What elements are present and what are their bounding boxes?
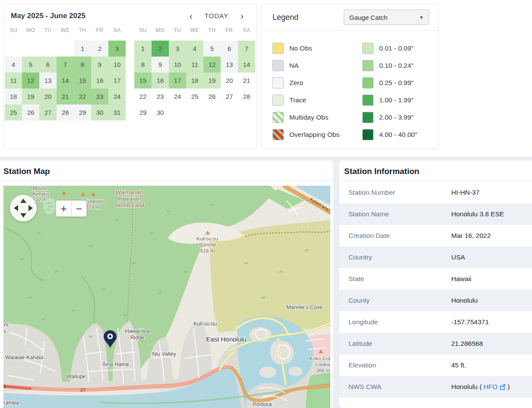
info-row-value: HI-HN-37 — [451, 189, 479, 196]
pan-down-button[interactable] — [20, 213, 26, 218]
pan-left-button[interactable] — [14, 205, 18, 211]
calendar-header: May 2025 - June 2025 ‹ TODAY › — [4, 4, 256, 20]
gauge-catch-value: Gauge Catch — [349, 14, 387, 21]
calendar-day-cell[interactable]: 10 — [169, 57, 186, 73]
calendar-day-cell[interactable]: 3 — [108, 41, 126, 57]
calendar-day-cell[interactable]: 8 — [134, 57, 152, 73]
calendar-day-cell[interactable]: 4 — [186, 41, 203, 57]
calendar-day-cell[interactable]: 6 — [221, 41, 238, 57]
calendar-day-cell[interactable]: 11 — [5, 73, 22, 89]
calendar-day-cell[interactable]: 30 — [91, 104, 108, 120]
calendar-day-cell[interactable]: 26 — [22, 104, 39, 120]
calendar-day-cell[interactable]: 24 — [108, 89, 126, 104]
pan-right-button[interactable] — [28, 205, 33, 211]
svg-text:Ridge: Ridge — [130, 335, 145, 341]
calendar-day-cell[interactable]: 8 — [74, 57, 91, 73]
svg-text:Olympus: Olympus — [30, 191, 50, 196]
calendar-day-cell[interactable]: 10 — [108, 57, 126, 73]
calendar-day-cell[interactable]: 16 — [152, 73, 169, 89]
prev-month-button[interactable]: ‹ — [190, 11, 193, 20]
calendar-day-cell[interactable]: 12 — [203, 57, 221, 73]
calendar-day-cell[interactable]: 19 — [203, 73, 221, 89]
legend-item: Zero — [272, 77, 362, 89]
day-of-week-header: TH — [203, 25, 221, 36]
calendar-day-cell[interactable]: 18 — [186, 73, 203, 89]
info-row: Longitude-157.754371 — [339, 311, 532, 333]
legend-body: No ObsNAZeroTraceMultiday ObsOverlapping… — [262, 31, 438, 146]
calendar-day-cell[interactable]: 22 — [134, 89, 152, 104]
calendar-day-cell[interactable]: 24 — [169, 89, 186, 104]
external-link-icon — [499, 384, 506, 390]
calendar-day-cell[interactable]: 2 — [152, 41, 169, 57]
map-label-niu-valley: Niu Valley — [152, 351, 176, 357]
info-row-value: 21.286568 — [451, 340, 483, 348]
calendar-day-cell[interactable]: 7 — [238, 41, 255, 57]
calendar-day-cell[interactable]: 20 — [39, 89, 57, 104]
legend-swatch — [272, 95, 284, 106]
calendar-day-cell[interactable]: 6 — [39, 57, 57, 73]
calendar-day-cell[interactable]: 1 — [134, 41, 152, 57]
calendar-day-cell[interactable]: 31 — [108, 104, 126, 120]
map-label-maunalani: alani — [3, 322, 8, 328]
calendar-day-cell[interactable]: 17 — [108, 73, 126, 89]
calendar-day-cell[interactable]: 29 — [74, 104, 91, 120]
map-label-portlock: Portlock — [253, 402, 272, 408]
station-info-card: Station Information Station NumberHI-HN-… — [339, 161, 532, 408]
calendar-day-cell[interactable]: 5 — [22, 57, 39, 73]
day-of-week-header: SA — [238, 25, 255, 36]
calendar-day-cell[interactable]: 25 — [186, 89, 203, 104]
calendar-day-cell[interactable]: 19 — [22, 89, 39, 104]
calendar-day-cell[interactable]: 13 — [39, 73, 57, 89]
calendar-day-cell[interactable]: 25 — [5, 104, 22, 120]
calendar-day-cell[interactable]: 5 — [203, 41, 221, 57]
day-of-week-header: MO — [22, 25, 39, 36]
info-row-label: Station Number — [339, 189, 451, 196]
calendar-day-cell[interactable]: 23 — [91, 89, 108, 104]
info-row-value: 45 ft. — [451, 361, 466, 369]
map-canvas[interactable]: Mount Olympus 732 m ʻŌʻulanipō 779 m Wai… — [3, 186, 330, 408]
calendar-day-cell[interactable]: 14 — [238, 57, 255, 73]
svg-text:366 m: 366 m — [316, 368, 330, 373]
map-label-waimanalo: Waimanalo — [116, 189, 144, 196]
calendar-day-cell[interactable]: 15 — [74, 73, 91, 89]
calendar-day-cell[interactable]: 4 — [5, 57, 22, 73]
calendar-day-cell[interactable]: 27 — [39, 104, 57, 120]
legend-title: Legend — [272, 13, 298, 22]
gauge-catch-select[interactable]: Gauge Catch ▼ — [344, 9, 429, 25]
calendar-day-cell[interactable]: 21 — [57, 89, 74, 104]
calendar-day-cell[interactable]: 7 — [57, 57, 74, 73]
next-month-button[interactable]: › — [241, 11, 244, 20]
calendar-day-cell[interactable]: 16 — [91, 73, 108, 89]
calendar-day-cell[interactable]: 28 — [57, 104, 74, 120]
calendar-day-cell[interactable]: 28 — [238, 89, 255, 104]
calendar-day-cell[interactable]: 29 — [134, 104, 152, 120]
info-row: StateHawaii — [339, 268, 532, 290]
calendar-day-cell[interactable]: 12 — [22, 73, 39, 89]
calendar-day-cell[interactable]: 21 — [238, 73, 255, 89]
today-button[interactable]: TODAY — [205, 12, 228, 19]
calendar-day-cell[interactable]: 1 — [74, 41, 91, 57]
calendar-day-cell[interactable]: 27 — [221, 89, 238, 104]
calendar-day-cell[interactable]: 20 — [221, 73, 238, 89]
calendar-day-cell[interactable]: 9 — [152, 57, 169, 73]
calendar-day-cell[interactable]: 22 — [74, 89, 91, 104]
calendar-day-cell[interactable]: 9 — [91, 57, 108, 73]
calendar-day-cell[interactable]: 14 — [57, 73, 74, 89]
calendar-day-cell[interactable]: 23 — [152, 89, 169, 104]
nws-cwa-link[interactable]: HFO — [484, 383, 498, 391]
calendar-day-cell[interactable]: 18 — [5, 89, 22, 104]
calendar-day-cell[interactable]: 17 — [169, 73, 186, 89]
calendar-day-cell[interactable]: 11 — [186, 57, 203, 73]
calendar-day-cell[interactable]: 3 — [169, 41, 186, 57]
zoom-out-button[interactable]: − — [71, 200, 87, 217]
zoom-in-button[interactable]: + — [56, 200, 71, 217]
legend-item: 0.01 - 0.09" — [362, 43, 417, 54]
legend-item: 0.25 - 0.99" — [362, 77, 417, 89]
calendar-day-cell[interactable]: 13 — [221, 57, 238, 73]
calendar-day-cell[interactable]: 30 — [152, 104, 169, 120]
pan-up-button[interactable] — [20, 199, 26, 203]
calendar-day-cell[interactable]: 26 — [203, 89, 221, 104]
day-of-week-header: WE — [57, 25, 74, 36]
calendar-day-cell[interactable]: 2 — [91, 41, 108, 57]
calendar-day-cell[interactable]: 15 — [134, 73, 152, 89]
